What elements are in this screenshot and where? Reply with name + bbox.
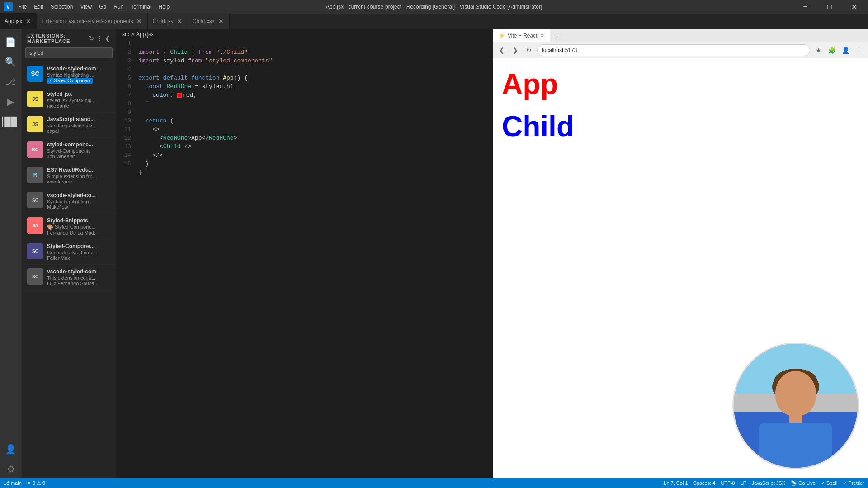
bookmark-button[interactable]: ★ bbox=[813, 45, 824, 56]
status-spell[interactable]: ✓ Spell bbox=[821, 480, 838, 486]
menu-terminal[interactable]: Terminal bbox=[131, 4, 151, 10]
refresh-icon[interactable]: ↻ bbox=[89, 35, 94, 42]
tab-close-child-css[interactable]: ✕ bbox=[217, 18, 225, 25]
close-button[interactable]: ✕ bbox=[844, 0, 864, 14]
tab-child-css[interactable]: Child.css ✕ bbox=[188, 13, 230, 29]
extension-badge: ✓ Styled Component bbox=[47, 78, 93, 84]
extension-name: JavaScript stand... bbox=[47, 116, 111, 122]
list-item[interactable]: JS styled-jsx styled-jsx syntax hig... n… bbox=[22, 87, 116, 113]
collapse-icon[interactable]: ❮ bbox=[105, 35, 111, 42]
reload-button[interactable]: ↻ bbox=[524, 45, 534, 56]
activity-search[interactable]: 🔍 bbox=[2, 53, 20, 71]
status-encoding[interactable]: UTF-8 bbox=[721, 480, 735, 486]
tab-bar: App.jsx ✕ Extension: vscode-styled-compo… bbox=[0, 14, 868, 29]
extension-list: SC vscode-styled-com... Syntax highlight… bbox=[22, 62, 116, 478]
extension-info: ES7 React/Redu... Simple extension for..… bbox=[47, 167, 111, 184]
new-tab-button[interactable]: + bbox=[550, 29, 563, 42]
list-item[interactable]: SC vscode-styled-com This extension cont… bbox=[22, 265, 116, 290]
menu-selection[interactable]: Selection bbox=[51, 4, 73, 10]
extension-icon: SS bbox=[27, 217, 43, 234]
extension-author: ✓ Styled Component bbox=[47, 78, 111, 83]
status-language[interactable]: JavaScript JSX bbox=[751, 480, 785, 486]
extension-icon: SC bbox=[27, 192, 43, 208]
activity-explorer[interactable]: 📄 bbox=[2, 33, 20, 51]
url-bar[interactable]: localhost:5173 bbox=[537, 44, 810, 56]
extension-author: Luiz Fernando Sousa . bbox=[47, 281, 111, 286]
browser-tab-close[interactable]: ✕ bbox=[540, 33, 544, 39]
list-item[interactable]: SC styled-compone... Styled-Components J… bbox=[22, 138, 116, 163]
extension-author: niceSprite bbox=[47, 103, 111, 108]
browser-tab-vite[interactable]: ⚡ Vite + React ✕ bbox=[493, 29, 550, 42]
tab-close-app-jsx[interactable]: ✕ bbox=[25, 18, 32, 25]
activity-debug[interactable]: ▶ bbox=[2, 93, 20, 111]
list-item[interactable]: SC vscode-styled-com... Syntax highlight… bbox=[22, 62, 116, 87]
extension-icon: SC bbox=[27, 141, 43, 158]
status-golive[interactable]: 📡 Go Live bbox=[791, 480, 816, 486]
list-item[interactable]: JS JavaScript stand... standardjs styled… bbox=[22, 113, 116, 138]
tab-favicon: ⚡ bbox=[498, 33, 505, 39]
branch-icon: ⎇ bbox=[4, 480, 9, 486]
tab-extension[interactable]: Extension: vscode-styled-components ✕ bbox=[37, 13, 148, 29]
window-controls: − □ ✕ bbox=[795, 0, 864, 14]
extension-desc: standardjs styled jav... bbox=[47, 123, 111, 128]
status-eol[interactable]: LF bbox=[741, 480, 746, 486]
extension-icon: JS bbox=[27, 116, 43, 132]
status-errors[interactable]: ✕ 0 ⚠ 0 bbox=[27, 480, 45, 486]
encoding-text: UTF-8 bbox=[721, 480, 735, 486]
extension-author: capai bbox=[47, 128, 111, 134]
scrollbar-vertical[interactable] bbox=[488, 39, 493, 478]
maximize-button[interactable]: □ bbox=[819, 0, 840, 14]
tab-child-jsx[interactable]: Child.jsx ✕ bbox=[148, 13, 188, 29]
list-item[interactable]: SC Styled-Compone... Generate styled-con… bbox=[22, 239, 116, 265]
menu-run[interactable]: Run bbox=[113, 4, 123, 10]
activity-bar: 📄 🔍 ⎇ ▶ ██ 👤 ⚙ bbox=[0, 29, 22, 478]
status-spaces[interactable]: Spaces: 4 bbox=[693, 480, 716, 486]
tab-app-jsx[interactable]: App.jsx ✕ bbox=[0, 13, 37, 29]
main-layout: 📄 🔍 ⎇ ▶ ██ 👤 ⚙ Extensions: Marketplace ↻… bbox=[0, 29, 868, 478]
menu-help[interactable]: Help bbox=[159, 4, 170, 10]
forward-button[interactable]: ❯ bbox=[510, 45, 521, 56]
status-prettier[interactable]: ✓ Prettier bbox=[843, 480, 864, 486]
menu-file[interactable]: File bbox=[18, 4, 27, 10]
activity-account[interactable]: 👤 bbox=[2, 440, 20, 458]
list-item[interactable]: R ES7 React/Redu... Simple extension for… bbox=[22, 163, 116, 188]
sidebar-actions: ↻ ⋮ ❮ bbox=[89, 35, 111, 42]
breadcrumb-file: App.jsx bbox=[136, 31, 154, 38]
activity-extensions[interactable]: ██ bbox=[2, 113, 20, 131]
minimize-button[interactable]: − bbox=[795, 0, 816, 14]
person-head bbox=[775, 371, 816, 416]
profile-button[interactable]: 👤 bbox=[840, 45, 851, 56]
menu-go[interactable]: Go bbox=[99, 4, 106, 10]
status-branch[interactable]: ⎇ main bbox=[4, 480, 22, 486]
filter-icon[interactable]: ⋮ bbox=[96, 35, 103, 42]
extension-name: Styled-Compone... bbox=[47, 243, 111, 249]
list-item[interactable]: SS Styled-Snippets 🎨 Styled Compone... F… bbox=[22, 214, 116, 239]
extension-desc: Syntax highlighting ... bbox=[47, 72, 111, 78]
extension-desc: Simple extension for... bbox=[47, 174, 111, 179]
list-item[interactable]: SC vscode-styled-co... Syntax highlighti… bbox=[22, 188, 116, 214]
tab-close-extension[interactable]: ✕ bbox=[136, 18, 143, 25]
code-content[interactable]: import { Child } from "./Child" import s… bbox=[135, 39, 488, 478]
menu-view[interactable]: View bbox=[80, 4, 92, 10]
breadcrumb-sep1: > bbox=[131, 31, 134, 38]
extensions-button[interactable]: 🧩 bbox=[826, 45, 837, 56]
eol-text: LF bbox=[741, 480, 746, 486]
title-bar: V File Edit Selection View Go Run Termin… bbox=[0, 0, 868, 14]
search-input[interactable] bbox=[25, 47, 113, 58]
tab-label: Child.jsx bbox=[152, 18, 173, 24]
activity-settings[interactable]: ⚙ bbox=[2, 460, 20, 478]
status-ln-col[interactable]: Ln 7, Col 1 bbox=[664, 480, 688, 486]
extension-info: vscode-styled-co... Syntax highlighting … bbox=[47, 192, 111, 210]
url-text: localhost:5173 bbox=[542, 47, 577, 53]
tab-close-child-jsx[interactable]: ✕ bbox=[176, 18, 183, 25]
menu-bar[interactable]: File Edit Selection View Go Run Terminal… bbox=[18, 4, 170, 10]
preview-tabs: ⚡ Vite + React ✕ + bbox=[493, 29, 868, 42]
code-editor[interactable]: 1 2 3 4 5 6 7 8 9 10 11 12 13 14 15 impo… bbox=[117, 39, 493, 478]
back-button[interactable]: ❮ bbox=[496, 45, 507, 56]
webcam-person bbox=[734, 344, 858, 468]
webcam-overlay bbox=[732, 343, 859, 469]
menu-edit[interactable]: Edit bbox=[34, 4, 43, 10]
activity-git[interactable]: ⎇ bbox=[2, 73, 20, 91]
menu-button[interactable]: ⋮ bbox=[854, 45, 864, 56]
extension-info: Styled-Compone... Generate styled-con...… bbox=[47, 243, 111, 261]
